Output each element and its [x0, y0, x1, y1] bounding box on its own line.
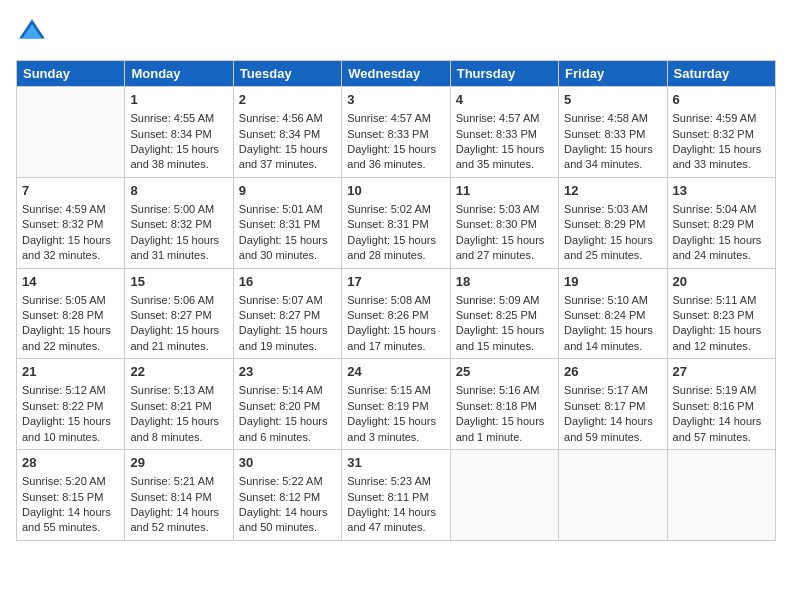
day-info: and 33 minutes. [673, 157, 770, 172]
calendar-cell: 3Sunrise: 4:57 AMSunset: 8:33 PMDaylight… [342, 87, 450, 178]
day-info: and 34 minutes. [564, 157, 661, 172]
calendar-week-row: 1Sunrise: 4:55 AMSunset: 8:34 PMDaylight… [17, 87, 776, 178]
day-info: and 19 minutes. [239, 339, 336, 354]
day-info: and 30 minutes. [239, 248, 336, 263]
calendar-cell: 8Sunrise: 5:00 AMSunset: 8:32 PMDaylight… [125, 177, 233, 268]
day-info: Daylight: 14 hours [130, 505, 227, 520]
day-info: Daylight: 15 hours [456, 414, 553, 429]
day-info: Sunrise: 4:58 AM [564, 111, 661, 126]
page-header [16, 16, 776, 48]
day-info: Sunrise: 5:15 AM [347, 383, 444, 398]
day-info: and 3 minutes. [347, 430, 444, 445]
day-info: Sunrise: 4:56 AM [239, 111, 336, 126]
day-info: Daylight: 15 hours [239, 233, 336, 248]
day-info: Sunrise: 4:57 AM [456, 111, 553, 126]
day-info: Sunrise: 5:05 AM [22, 293, 119, 308]
day-info: and 15 minutes. [456, 339, 553, 354]
day-info: Daylight: 15 hours [347, 414, 444, 429]
day-info: Sunset: 8:33 PM [456, 127, 553, 142]
day-info: Sunrise: 5:17 AM [564, 383, 661, 398]
day-info: Sunrise: 5:07 AM [239, 293, 336, 308]
calendar-cell: 13Sunrise: 5:04 AMSunset: 8:29 PMDayligh… [667, 177, 775, 268]
calendar-cell: 10Sunrise: 5:02 AMSunset: 8:31 PMDayligh… [342, 177, 450, 268]
calendar-cell: 18Sunrise: 5:09 AMSunset: 8:25 PMDayligh… [450, 268, 558, 359]
calendar-cell: 17Sunrise: 5:08 AMSunset: 8:26 PMDayligh… [342, 268, 450, 359]
logo [16, 16, 52, 48]
day-info: and 28 minutes. [347, 248, 444, 263]
calendar-cell: 28Sunrise: 5:20 AMSunset: 8:15 PMDayligh… [17, 450, 125, 541]
day-info: Sunset: 8:30 PM [456, 217, 553, 232]
day-info: Sunset: 8:27 PM [130, 308, 227, 323]
day-info: and 52 minutes. [130, 520, 227, 535]
day-info: and 50 minutes. [239, 520, 336, 535]
day-number: 25 [456, 363, 553, 381]
day-info: Sunset: 8:29 PM [564, 217, 661, 232]
day-number: 27 [673, 363, 770, 381]
day-info: Sunset: 8:22 PM [22, 399, 119, 414]
day-info: Daylight: 15 hours [22, 414, 119, 429]
calendar-cell: 1Sunrise: 4:55 AMSunset: 8:34 PMDaylight… [125, 87, 233, 178]
day-info: Sunset: 8:32 PM [673, 127, 770, 142]
day-info: Sunrise: 5:21 AM [130, 474, 227, 489]
calendar-cell: 23Sunrise: 5:14 AMSunset: 8:20 PMDayligh… [233, 359, 341, 450]
day-number: 29 [130, 454, 227, 472]
calendar-header-row: SundayMondayTuesdayWednesdayThursdayFrid… [17, 61, 776, 87]
day-info: and 35 minutes. [456, 157, 553, 172]
day-number: 7 [22, 182, 119, 200]
day-info: Sunrise: 4:55 AM [130, 111, 227, 126]
day-info: Sunrise: 5:03 AM [456, 202, 553, 217]
day-number: 19 [564, 273, 661, 291]
day-info: Daylight: 15 hours [347, 142, 444, 157]
day-info: Daylight: 14 hours [673, 414, 770, 429]
day-info: Daylight: 15 hours [130, 414, 227, 429]
day-info: Sunset: 8:20 PM [239, 399, 336, 414]
day-info: Daylight: 15 hours [239, 414, 336, 429]
day-info: Daylight: 15 hours [564, 142, 661, 157]
day-info: and 47 minutes. [347, 520, 444, 535]
day-number: 17 [347, 273, 444, 291]
day-number: 23 [239, 363, 336, 381]
calendar-cell: 25Sunrise: 5:16 AMSunset: 8:18 PMDayligh… [450, 359, 558, 450]
day-info: Sunrise: 5:08 AM [347, 293, 444, 308]
day-number: 5 [564, 91, 661, 109]
calendar-cell: 5Sunrise: 4:58 AMSunset: 8:33 PMDaylight… [559, 87, 667, 178]
day-info: Sunset: 8:32 PM [22, 217, 119, 232]
day-number: 9 [239, 182, 336, 200]
day-info: Sunset: 8:12 PM [239, 490, 336, 505]
day-info: Daylight: 15 hours [130, 233, 227, 248]
calendar-cell: 30Sunrise: 5:22 AMSunset: 8:12 PMDayligh… [233, 450, 341, 541]
calendar-cell [667, 450, 775, 541]
day-info: Daylight: 15 hours [22, 323, 119, 338]
day-info: Sunset: 8:26 PM [347, 308, 444, 323]
calendar-week-row: 21Sunrise: 5:12 AMSunset: 8:22 PMDayligh… [17, 359, 776, 450]
calendar-cell: 27Sunrise: 5:19 AMSunset: 8:16 PMDayligh… [667, 359, 775, 450]
day-number: 11 [456, 182, 553, 200]
day-info: Daylight: 15 hours [673, 142, 770, 157]
calendar-col-header: Tuesday [233, 61, 341, 87]
calendar-col-header: Wednesday [342, 61, 450, 87]
day-info: Daylight: 14 hours [239, 505, 336, 520]
day-info: and 6 minutes. [239, 430, 336, 445]
day-info: and 8 minutes. [130, 430, 227, 445]
day-info: Daylight: 15 hours [347, 323, 444, 338]
day-info: and 24 minutes. [673, 248, 770, 263]
day-info: Daylight: 15 hours [130, 323, 227, 338]
day-info: Sunrise: 5:02 AM [347, 202, 444, 217]
day-info: Sunset: 8:21 PM [130, 399, 227, 414]
day-info: and 1 minute. [456, 430, 553, 445]
day-info: Sunset: 8:29 PM [673, 217, 770, 232]
day-info: Daylight: 15 hours [239, 323, 336, 338]
calendar-cell: 6Sunrise: 4:59 AMSunset: 8:32 PMDaylight… [667, 87, 775, 178]
day-info: and 27 minutes. [456, 248, 553, 263]
day-info: Daylight: 15 hours [673, 323, 770, 338]
day-info: Daylight: 15 hours [456, 233, 553, 248]
day-info: Sunrise: 5:22 AM [239, 474, 336, 489]
calendar-week-row: 28Sunrise: 5:20 AMSunset: 8:15 PMDayligh… [17, 450, 776, 541]
day-number: 2 [239, 91, 336, 109]
calendar-cell: 14Sunrise: 5:05 AMSunset: 8:28 PMDayligh… [17, 268, 125, 359]
day-info: Sunset: 8:16 PM [673, 399, 770, 414]
day-info: and 31 minutes. [130, 248, 227, 263]
day-info: Daylight: 14 hours [22, 505, 119, 520]
day-info: Sunset: 8:24 PM [564, 308, 661, 323]
calendar-week-row: 14Sunrise: 5:05 AMSunset: 8:28 PMDayligh… [17, 268, 776, 359]
